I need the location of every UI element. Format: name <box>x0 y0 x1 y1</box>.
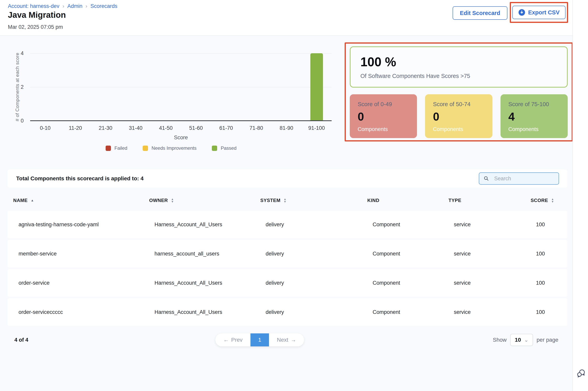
column-header-type[interactable]: TYPE <box>449 198 531 203</box>
cell-score: 100 <box>536 309 545 315</box>
table-body: agniva-testing-harness-code-yamlHarness_… <box>7 211 567 326</box>
table-row[interactable]: order-serviceHarness_Account_All_Usersde… <box>7 269 567 297</box>
x-axis-tick: 61-70 <box>211 125 241 131</box>
bar-slot <box>121 53 151 121</box>
prev-page-button[interactable]: ← Prev <box>215 333 251 346</box>
table-header-card: Total Components this scorecard is appli… <box>7 170 567 188</box>
column-label: OWNER <box>149 198 168 203</box>
bar-slot <box>271 53 302 121</box>
total-components-label: Total Components this scorecard is appli… <box>16 175 144 182</box>
column-header-name[interactable]: NAME▲ <box>13 198 149 203</box>
score-range-card: Score of 75-1004Components <box>501 94 568 138</box>
score-card-value: 4 <box>508 110 568 123</box>
bar-slot <box>241 53 271 121</box>
legend-label: Needs Improvements <box>151 145 196 151</box>
chart-x-axis-title: Score <box>30 135 332 141</box>
next-page-button[interactable]: Next → <box>269 333 304 346</box>
arrow-right-icon: → <box>291 337 296 343</box>
x-axis-tick: 91-100 <box>302 125 332 131</box>
legend-swatch <box>106 146 111 151</box>
table-row[interactable]: member-serviceharness_account_all_usersd… <box>7 240 567 268</box>
bar-slot <box>302 53 332 121</box>
cell-score: 100 <box>536 280 545 286</box>
legend-item[interactable]: Passed <box>212 145 236 151</box>
percent-summary-card: 100 % Of Software Components Have Scores… <box>350 46 568 88</box>
table-row[interactable]: agniva-testing-harness-code-yamlHarness_… <box>7 211 567 238</box>
summary-annotation-highlight: 100 % Of Software Components Have Scores… <box>345 42 573 141</box>
cell-system: delivery <box>266 280 373 286</box>
legend-swatch <box>143 146 148 151</box>
cell-name: order-service <box>18 280 154 286</box>
page-size-control: Show 10 ⌄ per page <box>493 333 558 346</box>
page-title: Java Migration <box>8 10 66 20</box>
x-axis-tick: 71-80 <box>241 125 271 131</box>
cell-owner: Harness_Account_All_Users <box>154 309 266 315</box>
cell-system: delivery <box>266 251 373 257</box>
bar-slot <box>30 53 60 121</box>
x-axis-tick: 21-30 <box>90 125 121 131</box>
percent-value: 100 % <box>360 55 567 69</box>
column-label: SCORE <box>531 198 548 203</box>
export-csv-button[interactable]: Export CSV <box>512 6 566 19</box>
x-axis-tick: 51-60 <box>181 125 211 131</box>
x-axis-tick: 11-20 <box>60 125 90 131</box>
cell-name: order-serviceccccc <box>18 309 154 315</box>
legend-item[interactable]: Needs Improvements <box>143 145 196 151</box>
breadcrumb-account-link[interactable]: Account: harness-dev <box>8 3 59 9</box>
score-card-caption: Components <box>508 126 568 132</box>
right-gutter <box>572 0 588 391</box>
next-label: Next <box>277 337 288 343</box>
column-label: NAME <box>13 198 28 203</box>
y-axis-tick: 2 <box>12 84 24 90</box>
bar-slot <box>181 53 211 121</box>
cell-owner: Harness_Account_All_Users <box>154 221 266 228</box>
percent-caption: Of Software Components Have Scores >75 <box>360 73 567 79</box>
pagination: ← Prev 1 Next → <box>215 333 304 346</box>
show-label: Show <box>493 337 507 343</box>
score-card-caption: Components <box>433 126 492 132</box>
x-axis-tick: 31-40 <box>121 125 151 131</box>
page-size-select[interactable]: 10 ⌄ <box>510 334 533 346</box>
bar-slot <box>211 53 241 121</box>
breadcrumb: Account: harness-dev › Admin › Scorecard… <box>8 3 118 9</box>
column-header-system[interactable]: SYSTEM▲▼ <box>260 198 367 203</box>
page-number-button[interactable]: 1 <box>251 333 269 346</box>
score-card-value: 0 <box>358 110 417 123</box>
breadcrumb-separator: › <box>63 3 64 9</box>
column-header-kind[interactable]: KIND <box>367 198 449 203</box>
search-icon <box>483 175 489 183</box>
main-content: # of Components at each score 4 2 0 0-10… <box>0 36 588 391</box>
legend-item[interactable]: Failed <box>106 145 127 151</box>
bar-91-100[interactable] <box>310 53 323 121</box>
search-input[interactable] <box>479 172 559 185</box>
x-axis-tick: 0-10 <box>30 125 60 131</box>
breadcrumb-scorecards-link[interactable]: Scorecards <box>90 3 118 9</box>
cell-system: delivery <box>266 221 373 228</box>
chat-support-button[interactable] <box>576 369 586 379</box>
cell-name: member-service <box>18 251 154 257</box>
search-box <box>479 172 559 185</box>
sort-ascending-icon: ▲ <box>31 199 34 202</box>
cell-kind: Component <box>373 280 454 286</box>
score-range-card: Score of 0-490Components <box>350 94 417 138</box>
arrow-left-icon: ← <box>223 337 229 343</box>
table-column-headers: NAME▲OWNER▲▼SYSTEM▲▼KINDTYPESCORE▲▼ <box>7 195 567 206</box>
page-timestamp: Mar 02, 2025 07:05 pm <box>8 24 63 30</box>
column-label: KIND <box>367 198 379 203</box>
cell-type: service <box>454 309 536 315</box>
legend-label: Failed <box>115 145 127 151</box>
download-icon <box>518 9 525 16</box>
x-axis-line <box>30 120 332 121</box>
cell-type: service <box>454 280 536 286</box>
prev-label: Prev <box>231 337 243 343</box>
cell-kind: Component <box>373 309 454 315</box>
chart-legend: FailedNeeds ImprovementsPassed <box>30 145 312 151</box>
column-header-score[interactable]: SCORE▲▼ <box>531 198 554 203</box>
column-header-owner[interactable]: OWNER▲▼ <box>149 198 260 203</box>
y-axis-tick: 4 <box>12 50 24 56</box>
edit-scorecard-button[interactable]: Edit Scorecard <box>453 6 507 20</box>
table-row[interactable]: order-servicecccccHarness_Account_All_Us… <box>7 298 567 326</box>
result-count: 4 of 4 <box>14 333 28 346</box>
cell-kind: Component <box>373 221 454 228</box>
breadcrumb-admin-link[interactable]: Admin <box>67 3 83 9</box>
